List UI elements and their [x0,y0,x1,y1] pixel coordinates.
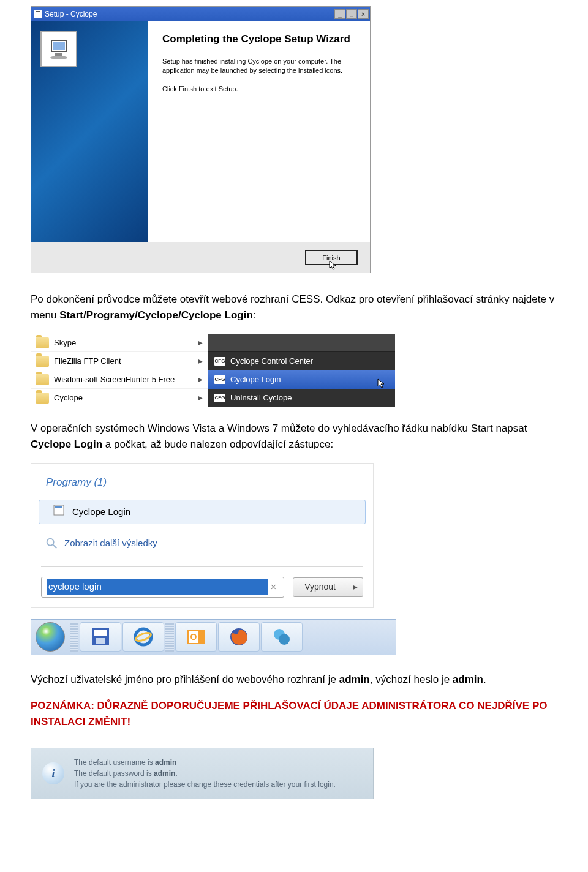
maximize-button[interactable]: □ [346,9,357,19]
windows-orb-icon [36,622,65,652]
divider [41,566,363,567]
taskbar-grip [165,622,174,652]
win7-search-panel: Programy (1) Cyclope Login Zobrazit dalš… [31,463,374,608]
sm-item-cyclope[interactable]: Cyclope▶ [31,389,208,407]
sm-item-filezilla[interactable]: FileZilla FTP Client▶ [31,352,208,370]
clear-icon[interactable]: × [268,580,279,595]
window-title: Setup - Cyclope [45,9,334,20]
start-menu-left: Skype▶ FileZilla FTP Client▶ Wisdom-soft… [31,334,208,407]
taskbar-app-firefox[interactable] [218,622,260,652]
cfg-icon: CFG [214,375,225,384]
wizard-sidebar [31,21,148,242]
folder-icon [36,337,49,348]
folder-icon [36,356,49,367]
taskbar-app-skype[interactable] [261,622,303,652]
doc-paragraph-3: Výchozí uživatelské jméno pro přihlášení… [31,672,557,688]
search-input[interactable]: cyclope login × [41,577,284,598]
svg-point-3 [50,56,67,59]
doc-note: POZNÁMKA: DŮRAZNĚ DOPORUČUJEME PŘIHLAŠOV… [31,698,557,729]
window-controls: _ □ × [334,9,369,19]
shutdown-button[interactable]: Vypnout [293,577,347,597]
doc-paragraph-2: V operačních systémech Windows Vista a W… [31,421,557,452]
cursor-icon [377,378,388,393]
computer-icon [40,31,77,67]
folder-icon [36,374,49,385]
show-more-results[interactable]: Zobrazit další výsledky [31,525,373,565]
wizard-heading: Completing the Cyclope Setup Wizard [162,32,355,46]
wizard-content: Completing the Cyclope Setup Wizard Setu… [148,21,370,242]
shutdown-menu-arrow[interactable]: ▶ [347,577,363,597]
minimize-button[interactable]: _ [334,9,345,19]
search-section-header: Programy (1) [31,464,373,495]
shutdown-split-button: Vypnout ▶ [293,577,363,597]
svg-point-18 [279,634,290,645]
sm-sub-control-center[interactable]: CFGCyclope Control Center [208,352,395,370]
divider [41,497,363,497]
arrow-right-icon: ▶ [198,338,203,347]
svg-line-7 [53,545,57,549]
finish-button[interactable]: Finish [305,250,358,265]
arrow-right-icon: ▶ [198,393,203,402]
info-text: The default username is admin The defaul… [74,757,336,790]
doc-paragraph-1: Po dokončení průvodce můžete otevřít web… [31,291,557,323]
start-button[interactable] [32,621,69,653]
search-icon [45,536,58,550]
arrow-right-icon: ▶ [198,375,203,384]
cfg-icon: CFG [214,394,225,402]
titlebar: Setup - Cyclope _ □ × [31,7,370,21]
cursor-icon [328,260,339,272]
info-icon: i [42,762,64,784]
arrow-right-icon: ▶ [198,356,203,366]
start-menu-screenshot: Skype▶ FileZilla FTP Client▶ Wisdom-soft… [31,334,395,407]
taskbar-app-ie[interactable] [123,622,164,652]
svg-rect-1 [53,42,65,50]
app-icon [53,504,65,521]
svg-point-6 [47,539,54,546]
start-menu-right: CFGCyclope Control Center CFGCyclope Log… [208,334,395,407]
sm-sub-cyclope-login[interactable]: CFGCyclope Login [208,370,395,389]
search-bottom-row: cyclope login × Vypnout ▶ [31,569,373,607]
search-result-cyclope-login[interactable]: Cyclope Login [39,500,366,525]
folder-icon [36,393,49,404]
taskbar-app-outlook[interactable]: O [175,622,217,652]
wizard-body: Completing the Cyclope Setup Wizard Setu… [31,21,370,242]
wizard-text-1: Setup has finished installing Cyclope on… [162,57,355,76]
setup-icon [34,10,42,18]
svg-rect-9 [94,630,107,636]
sm-sub-uninstall[interactable]: CFGUninstall Cyclope [208,389,395,407]
info-box: i The default username is admin The defa… [31,748,374,799]
close-button[interactable]: × [358,9,369,19]
svg-rect-5 [55,506,62,508]
sm-item-skype[interactable]: Skype▶ [31,334,208,352]
cfg-icon: CFG [214,357,225,366]
svg-text:O: O [190,632,197,642]
taskbar-grip [70,622,78,652]
taskbar: O [31,619,396,655]
wizard-footer: Finish [31,242,370,272]
taskbar-app-save[interactable] [80,622,121,652]
wizard-text-2: Click Finish to exit Setup. [162,85,355,94]
svg-rect-10 [96,638,105,644]
sm-item-screenhunter[interactable]: Wisdom-soft ScreenHunter 5 Free▶ [31,370,208,389]
setup-wizard-window: Setup - Cyclope _ □ × Completing the Cyc… [31,6,371,273]
